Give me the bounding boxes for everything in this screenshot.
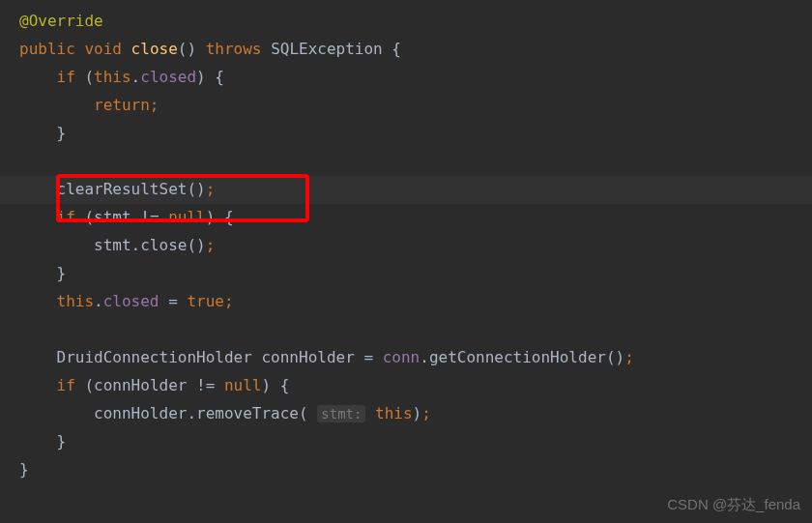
- keyword-this: this: [94, 68, 131, 86]
- var-connHolder: connHolder: [261, 348, 354, 366]
- keyword-if: if: [57, 208, 75, 226]
- watermark-text: CSDN @芬达_fenda: [667, 491, 800, 517]
- annotation-override: @Override: [19, 12, 103, 30]
- call-clearResultSet: clearResultSet: [57, 180, 188, 198]
- code-line-17: }: [0, 456, 812, 484]
- var-connHolder: connHolder: [94, 376, 187, 394]
- code-line-9: stmt.close();: [0, 232, 812, 260]
- call-close: close: [140, 236, 187, 254]
- keyword-this: this: [375, 404, 413, 422]
- field-closed: closed: [140, 68, 196, 86]
- call-removeTrace: removeTrace: [196, 404, 299, 422]
- code-line-5: }: [0, 120, 812, 148]
- keyword-if: if: [57, 376, 75, 394]
- keyword-null: null: [224, 376, 262, 394]
- keyword-null: null: [168, 208, 206, 226]
- var-conn: conn: [383, 348, 420, 366]
- var-connHolder: connHolder: [94, 404, 187, 422]
- code-line-7-highlighted: clearResultSet();: [0, 176, 812, 204]
- code-line-8: if (stmt != null) {: [0, 204, 812, 232]
- code-line-2: public void close() throws SQLException …: [0, 36, 812, 64]
- code-line-6: [0, 148, 812, 176]
- code-line-12: [0, 316, 812, 344]
- var-stmt: stmt: [94, 236, 131, 254]
- call-getConnHolder: getConnectionHolder: [429, 348, 606, 366]
- type-holder: DruidConnectionHolder: [57, 348, 252, 366]
- keyword-if: if: [57, 68, 75, 86]
- exception-type: SQLException: [271, 40, 383, 58]
- code-line-3: if (this.closed) {: [0, 64, 812, 92]
- method-close: close: [131, 40, 178, 58]
- keyword-true: true: [187, 292, 224, 310]
- keyword-void: void: [84, 40, 122, 58]
- field-closed: closed: [103, 292, 160, 310]
- code-line-14: if (connHolder != null) {: [0, 372, 812, 400]
- code-line-16: }: [0, 428, 812, 456]
- keyword-throws: throws: [206, 40, 262, 58]
- code-line-10: }: [0, 260, 812, 288]
- code-line-11: this.closed = true;: [0, 288, 812, 316]
- code-line-13: DruidConnectionHolder connHolder = conn.…: [0, 344, 812, 372]
- keyword-public: public: [19, 40, 75, 58]
- var-stmt: stmt: [94, 208, 131, 226]
- code-editor[interactable]: @Override public void close() throws SQL…: [0, 8, 812, 484]
- param-hint-stmt: stmt:: [317, 405, 365, 422]
- code-line-4: return;: [0, 92, 812, 120]
- code-line-15: connHolder.removeTrace( stmt: this);: [0, 400, 812, 428]
- keyword-this: this: [57, 292, 95, 310]
- code-line-1: @Override: [0, 8, 812, 36]
- keyword-return: return: [94, 96, 150, 114]
